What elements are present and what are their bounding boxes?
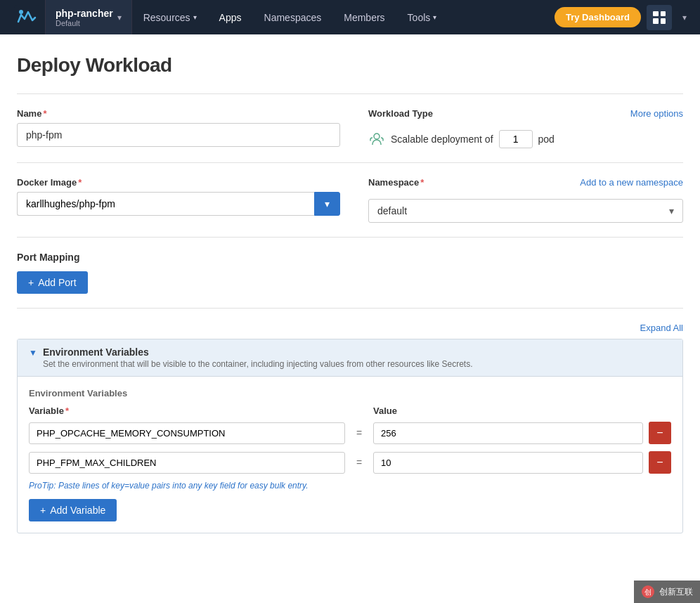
env-var-input-1[interactable]: [29, 422, 345, 444]
env-col-value-header: Value: [373, 406, 671, 416]
env-val-input-2[interactable]: [373, 452, 643, 474]
env-col-headers: Variable* Value: [29, 406, 671, 416]
port-mapping-label: Port Mapping: [17, 252, 683, 263]
rancher-logo: [14, 5, 39, 30]
nav-tools[interactable]: Tools ▾: [396, 0, 448, 34]
namespace-required: *: [420, 177, 424, 188]
env-remove-button-1[interactable]: −: [649, 422, 671, 444]
nav-members[interactable]: Members: [332, 0, 396, 34]
nav-chevron-icon: ▾: [682, 13, 687, 22]
resources-chevron: ▾: [193, 13, 197, 21]
add-variable-label: Add Variable: [50, 505, 105, 516]
nav-links: Resources ▾ Apps Namespaces Members Tool…: [132, 0, 555, 34]
docker-dropdown-button[interactable]: ▾: [314, 192, 340, 216]
brand-logo-area: [8, 0, 45, 34]
pod-count-input[interactable]: [499, 130, 533, 148]
project-name: php-rancher: [56, 8, 113, 19]
env-row-1: = −: [29, 422, 671, 444]
main-content: Deploy Workload Name* Workload Type More…: [0, 34, 700, 550]
env-row-2: = −: [29, 451, 671, 474]
env-eq-2: =: [351, 457, 368, 468]
namespace-chevron: ▾: [669, 205, 674, 216]
divider-2: [17, 237, 683, 238]
nav-apps[interactable]: Apps: [208, 0, 253, 34]
name-group: Name*: [17, 108, 340, 147]
collapse-icon[interactable]: ▼: [29, 348, 37, 358]
namespace-select[interactable]: default ▾: [368, 199, 683, 223]
pro-tip: ProTip: Paste lines of key=value pairs i…: [29, 481, 671, 491]
project-sub: Default: [56, 19, 113, 27]
try-dashboard-button[interactable]: Try Dashboard: [555, 7, 641, 27]
workload-type-group: Workload Type More options Scalable depl…: [368, 108, 683, 148]
docker-image-input[interactable]: [17, 192, 314, 216]
nav-namespaces[interactable]: Namespaces: [253, 0, 333, 34]
name-input[interactable]: [17, 123, 340, 147]
svg-point-2: [374, 134, 380, 139]
divider-top: [17, 93, 683, 94]
docker-input-row: ▾: [17, 192, 340, 216]
docker-image-label: Docker Image*: [17, 177, 340, 188]
scalable-deploy-row: Scalable deployment of pod: [368, 130, 683, 148]
name-required: *: [43, 108, 46, 119]
divider-3: [17, 308, 683, 309]
env-remove-button-2[interactable]: −: [649, 451, 671, 474]
add-port-button[interactable]: + Add Port: [17, 271, 88, 294]
docker-image-group: Docker Image* ▾: [17, 177, 340, 216]
add-variable-button[interactable]: + Add Variable: [29, 499, 117, 521]
nav-right: Try Dashboard ▾: [555, 5, 692, 30]
env-section-header: ▼ Environment Variables Set the environm…: [18, 339, 682, 377]
name-workload-row: Name* Workload Type More options Scalabl…: [17, 108, 683, 148]
workload-type-header: Workload Type More options: [368, 108, 683, 119]
namespace-group: Namespace* Add to a new namespace defaul…: [368, 177, 683, 223]
grid-menu-button[interactable]: [647, 5, 672, 30]
docker-namespace-row: Docker Image* ▾ Namespace* Add to a new …: [17, 177, 683, 223]
env-col-variable-header: Variable*: [29, 406, 345, 416]
workload-type-label: Workload Type: [368, 108, 433, 119]
env-var-input-2[interactable]: [29, 452, 345, 474]
docker-required: *: [78, 177, 82, 188]
env-section-title-group: Environment Variables Set the environmen…: [43, 346, 473, 369]
add-port-plus-icon: +: [28, 277, 34, 288]
pod-suffix: pod: [538, 134, 555, 145]
project-selector[interactable]: php-rancher Default ▾: [45, 0, 132, 34]
port-mapping-section: Port Mapping + Add Port: [17, 252, 683, 294]
tools-chevron: ▾: [433, 13, 436, 21]
navbar: php-rancher Default ▾ Resources ▾ Apps N…: [0, 0, 700, 34]
page-title: Deploy Workload: [17, 54, 683, 77]
project-dropdown-chevron: ▾: [117, 13, 122, 22]
env-var-required: *: [65, 406, 69, 416]
env-section-subtitle: Set the environment that will be visible…: [43, 359, 473, 369]
name-label: Name*: [17, 108, 340, 119]
project-info: php-rancher Default: [56, 8, 113, 27]
env-variables-section: ▼ Environment Variables Set the environm…: [17, 339, 683, 533]
docker-dropdown-arrow: ▾: [325, 198, 330, 209]
more-options-link[interactable]: More options: [630, 108, 683, 119]
add-variable-plus-icon: +: [40, 505, 46, 516]
expand-all-row: Expand All: [17, 323, 683, 333]
nav-dropdown-button[interactable]: ▾: [678, 5, 692, 30]
add-port-label: Add Port: [38, 277, 76, 288]
scalable-icon: [368, 131, 385, 148]
namespace-label: Namespace*: [368, 177, 424, 188]
scalable-prefix: Scalable deployment of: [391, 134, 493, 145]
env-inner-label: Environment Variables: [29, 388, 671, 398]
divider-1: [17, 162, 683, 163]
env-section-body: Environment Variables Variable* Value = …: [18, 377, 682, 533]
env-section-title: Environment Variables: [43, 346, 473, 358]
expand-all-link[interactable]: Expand All: [640, 323, 683, 333]
namespace-value: default: [377, 205, 407, 216]
svg-point-1: [19, 10, 23, 14]
grid-icon: [653, 11, 666, 24]
env-val-input-1[interactable]: [373, 422, 643, 444]
env-eq-1: =: [351, 427, 368, 439]
add-namespace-link[interactable]: Add to a new namespace: [580, 177, 683, 188]
nav-resources[interactable]: Resources ▾: [132, 0, 208, 34]
namespace-header: Namespace* Add to a new namespace: [368, 177, 683, 188]
